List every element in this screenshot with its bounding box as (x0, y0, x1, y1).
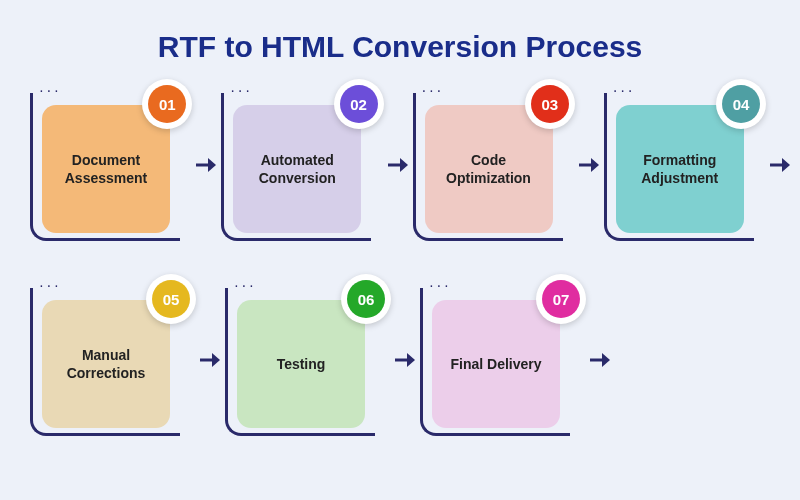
step-number: 04 (733, 96, 750, 113)
step-card: Final Delivery (432, 300, 560, 428)
process-step: . . . Code Optimization 03 (423, 99, 569, 239)
step-number: 05 (163, 291, 180, 308)
step-badge: 01 (142, 79, 192, 129)
step-label: Testing (277, 355, 326, 373)
step-badge: 04 (716, 79, 766, 129)
process-step: . . . Manual Corrections 05 (40, 294, 190, 434)
arrow-right-icon (386, 153, 410, 177)
step-badge: 02 (334, 79, 384, 129)
arrow-right-icon (588, 348, 612, 372)
step-card: Code Optimization (425, 105, 553, 233)
arrow-right-icon (194, 153, 218, 177)
step-number: 07 (553, 291, 570, 308)
step-number-circle: 02 (340, 85, 378, 123)
step-number-circle: 01 (148, 85, 186, 123)
step-number: 03 (541, 96, 558, 113)
step-card: Testing (237, 300, 365, 428)
step-badge: 05 (146, 274, 196, 324)
step-label: Automated Conversion (243, 151, 351, 187)
step-card: Formatting Adjustment (616, 105, 744, 233)
step-number: 02 (350, 96, 367, 113)
step-number-circle: 05 (152, 280, 190, 318)
arrow-right-icon (198, 348, 222, 372)
arrow-right-icon (768, 153, 792, 177)
step-label: Code Optimization (435, 151, 543, 187)
arrow-right-icon (577, 153, 601, 177)
step-number-circle: 04 (722, 85, 760, 123)
step-label: Manual Corrections (52, 346, 160, 382)
step-badge: 07 (536, 274, 586, 324)
process-step: . . . Final Delivery 07 (430, 294, 580, 434)
process-step: . . . Testing 06 (235, 294, 385, 434)
step-card: Document Assessment (42, 105, 170, 233)
step-number-circle: 06 (347, 280, 385, 318)
steps-row-2: . . . Manual Corrections 05 . . . Testin… (40, 294, 760, 434)
step-number-circle: 07 (542, 280, 580, 318)
step-card: Manual Corrections (42, 300, 170, 428)
process-step: . . . Document Assessment 01 (40, 99, 186, 239)
step-badge: 06 (341, 274, 391, 324)
step-number-circle: 03 (531, 85, 569, 123)
steps-container: . . . Document Assessment 01 . . . Autom… (40, 99, 760, 434)
page-title: RTF to HTML Conversion Process (40, 30, 760, 64)
arrow-right-icon (393, 348, 417, 372)
step-label: Document Assessment (52, 151, 160, 187)
process-step: . . . Formatting Adjustment 04 (614, 99, 760, 239)
step-label: Formatting Adjustment (626, 151, 734, 187)
step-badge: 03 (525, 79, 575, 129)
step-label: Final Delivery (450, 355, 541, 373)
step-number: 06 (358, 291, 375, 308)
step-number: 01 (159, 96, 176, 113)
process-step: . . . Automated Conversion 02 (231, 99, 377, 239)
steps-row-1: . . . Document Assessment 01 . . . Autom… (40, 99, 760, 239)
step-card: Automated Conversion (233, 105, 361, 233)
